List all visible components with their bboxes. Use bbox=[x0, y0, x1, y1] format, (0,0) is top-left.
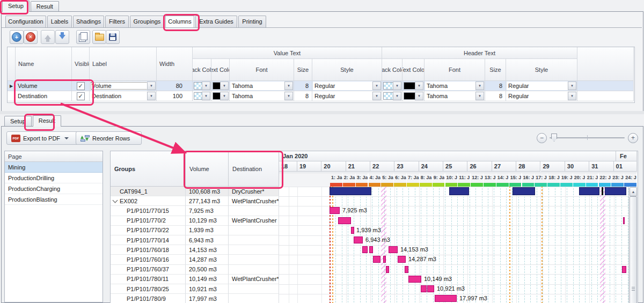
gantt-bar[interactable] bbox=[435, 295, 457, 302]
label-editor[interactable]: Destination bbox=[90, 92, 148, 100]
header-back-color-dropdown-button[interactable]: ▼ bbox=[393, 82, 401, 90]
header-style-editor[interactable]: Regular bbox=[507, 92, 569, 100]
visible-checkbox[interactable]: ✓ bbox=[77, 92, 85, 100]
group-cell-ex002[interactable]: EX002 bbox=[111, 196, 186, 206]
group-cell-p1-p101-770-15[interactable]: P1/P101/770/15 bbox=[111, 206, 186, 216]
result-panel-tab-result[interactable]: Result bbox=[33, 115, 61, 127]
column-header-text-color-header-text[interactable]: Text Color bbox=[402, 59, 425, 81]
header-style-dropdown-button[interactable]: ▼ bbox=[568, 82, 576, 90]
value-text-color-dropdown-button[interactable]: ▼ bbox=[220, 92, 229, 100]
value-font-editor[interactable]: Tahoma bbox=[230, 82, 286, 90]
subtab-printing[interactable]: Printing bbox=[238, 16, 266, 27]
subtab-extra-guides[interactable]: Extra Guides bbox=[195, 16, 237, 27]
setup-grid-row-volume[interactable]: ▶Volume✓Volume▼80▼▼Tahoma▼8Regular▼▼▼Tah… bbox=[8, 81, 634, 91]
value-size-value[interactable]: 8 bbox=[305, 83, 309, 89]
group-cell-p1-p101-780-25[interactable]: P1/P101/780/25 bbox=[111, 284, 186, 294]
value-font-editor[interactable]: Tahoma bbox=[230, 92, 286, 100]
header-size-value[interactable]: 8 bbox=[499, 93, 502, 99]
gantt-bar[interactable] bbox=[427, 285, 434, 292]
label-dropdown-button[interactable]: ▼ bbox=[147, 82, 156, 90]
expander-icon[interactable] bbox=[113, 197, 118, 203]
delete-button[interactable]: ✕ bbox=[24, 30, 38, 44]
column-header-style-header-text[interactable]: Style bbox=[506, 59, 577, 81]
value-back-color-dropdown-button[interactable]: ▼ bbox=[202, 82, 210, 90]
column-header-width[interactable]: Width bbox=[157, 47, 193, 81]
value-text-color-swatch[interactable] bbox=[213, 82, 221, 90]
value-style-editor[interactable]: Regular bbox=[313, 92, 374, 100]
sidebar-item-productionblasting[interactable]: ProductionBlasting bbox=[5, 194, 103, 205]
column-header-visible[interactable]: Visible bbox=[72, 47, 90, 81]
gantt-bar[interactable] bbox=[373, 256, 380, 263]
header-size-value[interactable]: 8 bbox=[499, 83, 502, 89]
value-back-color-swatch[interactable] bbox=[194, 92, 202, 100]
reorder-rows-button[interactable]: Reorder Rows bbox=[76, 131, 142, 145]
subtab-labels[interactable]: Labels bbox=[47, 16, 72, 27]
header-style-dropdown-button[interactable]: ▼ bbox=[568, 92, 576, 100]
gantt-bar[interactable] bbox=[405, 266, 408, 273]
subtab-shadings[interactable]: Shadings bbox=[73, 16, 104, 27]
value-style-dropdown-button[interactable]: ▼ bbox=[372, 82, 381, 90]
group-cell-p1-p101-760-18[interactable]: P1/P101/760/18 bbox=[111, 245, 186, 255]
value-size-value[interactable]: 8 bbox=[305, 93, 309, 99]
sidebar-item-mining[interactable]: Mining bbox=[5, 162, 103, 173]
width-value[interactable]: 80 bbox=[176, 83, 182, 89]
gantt-bar[interactable] bbox=[389, 246, 398, 253]
gantt-bar[interactable] bbox=[369, 246, 373, 253]
header-font-editor[interactable]: Tahoma bbox=[425, 82, 477, 90]
value-back-color-swatch[interactable] bbox=[194, 82, 202, 90]
gantt-bar[interactable] bbox=[338, 217, 351, 224]
header-font-dropdown-button[interactable]: ▼ bbox=[475, 82, 484, 90]
subtab-configuration[interactable]: Configuration bbox=[5, 16, 46, 27]
column-header-label[interactable]: Label bbox=[90, 47, 157, 81]
group-cell-cat994-1[interactable]: CAT994_1 bbox=[111, 187, 186, 196]
zoom-slider-thumb[interactable] bbox=[551, 134, 557, 142]
header-font-dropdown-button[interactable]: ▼ bbox=[475, 92, 484, 100]
column-header-volume[interactable]: Volume bbox=[186, 151, 229, 187]
column-header-groups[interactable]: Groups bbox=[111, 151, 186, 187]
move-down-button[interactable] bbox=[55, 30, 69, 44]
column-header-back-color-value-text[interactable]: Back Color bbox=[193, 59, 211, 81]
gantt-bar[interactable] bbox=[408, 276, 421, 283]
group-cell-p1-p101-760-16[interactable]: P1/P101/760/16 bbox=[111, 255, 186, 264]
header-font-editor[interactable]: Tahoma bbox=[425, 92, 477, 100]
value-style-dropdown-button[interactable]: ▼ bbox=[372, 92, 381, 100]
gantt-bar[interactable] bbox=[622, 266, 626, 273]
zoom-in-button[interactable]: + bbox=[628, 133, 638, 143]
gantt-bar[interactable] bbox=[383, 256, 386, 263]
gantt-bar[interactable] bbox=[354, 237, 363, 243]
subtab-groupings[interactable]: Groupings bbox=[130, 16, 164, 27]
save-button[interactable] bbox=[106, 30, 120, 44]
group-cell-p1-p101-770-14[interactable]: P1/P101/770/14 bbox=[111, 235, 186, 245]
value-font-dropdown-button[interactable]: ▼ bbox=[284, 82, 293, 90]
header-style-editor[interactable]: Regular bbox=[507, 82, 569, 90]
gantt-bar[interactable] bbox=[421, 285, 427, 292]
column-header-style-value-text[interactable]: Style bbox=[312, 59, 382, 81]
zoom-out-button[interactable]: − bbox=[537, 133, 547, 143]
gantt-bar[interactable] bbox=[623, 217, 625, 224]
visible-checkbox[interactable]: ✓ bbox=[77, 82, 85, 90]
gantt-bar[interactable] bbox=[513, 187, 535, 195]
value-text-color-swatch[interactable] bbox=[213, 92, 221, 100]
header-text-color-dropdown-button[interactable]: ▼ bbox=[415, 92, 423, 100]
gantt-bar[interactable] bbox=[330, 207, 340, 214]
header-text-color-dropdown-button[interactable]: ▼ bbox=[415, 82, 423, 90]
setup-panel-tab-result[interactable]: Result bbox=[31, 1, 59, 12]
header-text-color-swatch[interactable] bbox=[404, 82, 415, 90]
column-header-text-color-value-text[interactable]: Text Color bbox=[211, 59, 230, 81]
column-header-size-header-text[interactable]: Size bbox=[485, 59, 506, 81]
column-header-destination[interactable]: Destination bbox=[229, 151, 279, 187]
open-button[interactable] bbox=[92, 30, 106, 44]
gantt-bar-divider[interactable] bbox=[602, 187, 603, 195]
scrollbar-up-button[interactable]: ▲ bbox=[630, 187, 637, 196]
sidebar-item-productiondrilling[interactable]: ProductionDrilling bbox=[5, 173, 103, 183]
subtab-columns[interactable]: Columns bbox=[165, 16, 194, 27]
sidebar-item-productioncharging[interactable]: ProductionCharging bbox=[5, 183, 103, 194]
header-back-color-dropdown-button[interactable]: ▼ bbox=[393, 92, 401, 100]
column-header-name[interactable]: Name bbox=[16, 47, 72, 81]
column-header-font-header-text[interactable]: Font bbox=[425, 59, 485, 81]
width-value[interactable]: 100 bbox=[173, 93, 182, 99]
value-style-editor[interactable]: Regular bbox=[313, 82, 374, 90]
gantt-bar[interactable] bbox=[386, 266, 389, 273]
setup-grid-row-destination[interactable]: Destination✓Destination▼100▼▼Tahoma▼8Reg… bbox=[8, 91, 634, 101]
header-back-color-swatch[interactable] bbox=[383, 92, 393, 100]
